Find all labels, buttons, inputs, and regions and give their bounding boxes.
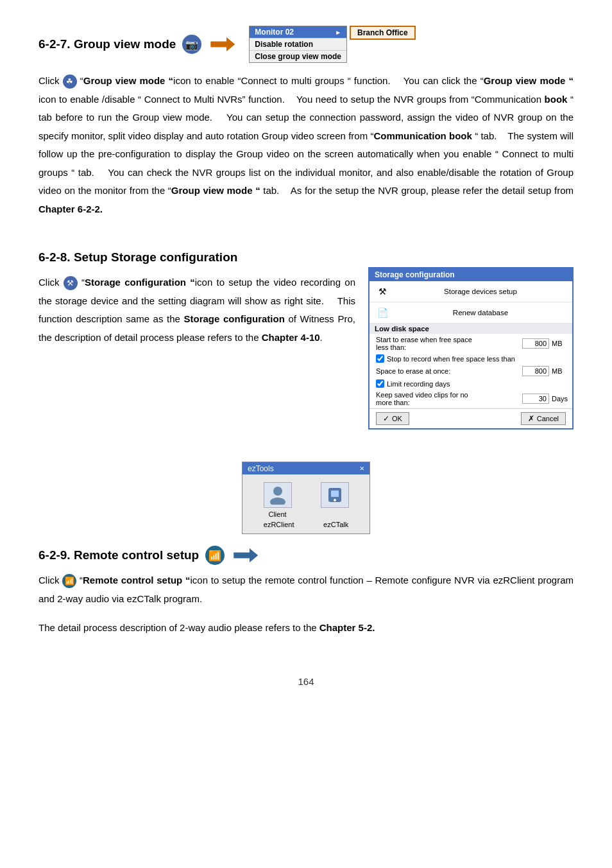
- sub-dropdown: Branch Office: [350, 26, 416, 40]
- stop-record-checkbox[interactable]: [376, 354, 384, 363]
- ezrclient-item[interactable]: Client: [264, 482, 292, 518]
- ok-label: OK: [392, 415, 402, 422]
- keep-clips-input[interactable]: [522, 394, 549, 404]
- dropdown-item-disable[interactable]: Disable rotation: [250, 38, 346, 50]
- heading-628-text: 6-2-8. Setup Storage configuration: [38, 250, 237, 265]
- dropdown-item-close[interactable]: Close group view mode: [250, 50, 346, 62]
- ok-check-icon: ✓: [383, 414, 389, 423]
- click-text-627: Click: [38, 75, 63, 86]
- erase-once-input[interactable]: [522, 366, 549, 376]
- section-629-body2: The detail process description of 2-way …: [38, 619, 574, 638]
- client-svg: [269, 485, 287, 505]
- remote-arrow-icon: [234, 548, 258, 562]
- click-text-628: Click: [38, 277, 64, 288]
- remote-control-icon[interactable]: 📶: [205, 546, 225, 565]
- storage-panel-title: Storage configuration: [370, 268, 572, 281]
- eztools-icons-row: Client: [242, 474, 370, 521]
- erase-threshold-row: Start to erase when free spaceless than:…: [370, 334, 572, 353]
- section-628-content: Storage configuration ⚒ Storage devices …: [38, 273, 574, 430]
- section-628-heading: 6-2-8. Setup Storage configuration: [38, 250, 574, 265]
- erase-threshold-unit: MB: [552, 340, 566, 347]
- erase-threshold-input[interactable]: [522, 338, 549, 349]
- dropdown-selected[interactable]: Monitor 02 ►: [250, 26, 346, 38]
- eztools-title: ezTools: [248, 464, 274, 473]
- stop-record-label: Stop to record when free space less than: [387, 355, 515, 363]
- ezctalk-label: ezCTalk: [323, 521, 348, 528]
- ezrclient-sublabel: Client: [268, 510, 286, 518]
- dropdown-arrow-icon: ►: [335, 29, 341, 36]
- section-629: ezTools × Client: [38, 462, 574, 638]
- group-view-icon[interactable]: 📷: [182, 35, 201, 54]
- section-629-heading-row: 6-2-9. Remote control setup 📶: [38, 546, 574, 565]
- cancel-label: Cancel: [537, 415, 559, 422]
- ezctalk-item[interactable]: [321, 482, 349, 518]
- keep-clips-label: Keep saved video clips for nomore than:: [376, 391, 520, 406]
- erase-once-label: Space to erase at once:: [376, 367, 520, 375]
- svg-point-4: [334, 499, 336, 501]
- low-disk-header: Low disk space: [370, 324, 572, 334]
- ezctalk-icon: [321, 482, 349, 508]
- section-627-heading: 6-2-7. Group view mode 📷 Monitor 02 ► Di…: [38, 26, 574, 63]
- page-number: 164: [38, 676, 574, 687]
- arrow-icon: [210, 37, 235, 51]
- heading-629-text: 6-2-9. Remote control setup: [38, 548, 199, 562]
- section-627-body: Click ☘ “Group view mode “icon to enable…: [38, 72, 574, 218]
- storage-panel: Storage configuration ⚒ Storage devices …: [368, 267, 574, 430]
- group-view-dropdown[interactable]: Monitor 02 ► Disable rotation Close grou…: [249, 26, 415, 63]
- svg-point-0: [273, 487, 282, 496]
- section-629-eztools-container: ezTools × Client: [38, 462, 574, 534]
- section-628: 6-2-8. Setup Storage configuration Stora…: [38, 250, 574, 430]
- remote-inline-icon[interactable]: 📶: [62, 574, 76, 588]
- section-627: 6-2-7. Group view mode 📷 Monitor 02 ► Di…: [38, 26, 574, 218]
- erase-once-row: Space to erase at once: MB: [370, 364, 572, 378]
- storage-footer: ✓ OK ✗ Cancel: [370, 408, 572, 428]
- renew-db-label: Renew database: [394, 309, 567, 317]
- ezrclient-label: ezRClient: [264, 521, 294, 528]
- keep-clips-unit: Days: [552, 395, 566, 403]
- storage-inline-icon[interactable]: ⚒: [64, 276, 78, 290]
- talk-svg: [326, 485, 344, 505]
- click-text-629: Click: [38, 575, 62, 586]
- svg-point-1: [270, 498, 285, 505]
- erase-once-unit: MB: [552, 367, 566, 375]
- renew-db-row[interactable]: 📄 Renew database: [370, 302, 572, 324]
- section-629-body1: Click 📶 “Remote control setup “icon to s…: [38, 571, 574, 608]
- erase-threshold-label: Start to erase when free spaceless than:: [376, 336, 520, 351]
- eztools-close-button[interactable]: ×: [359, 464, 364, 473]
- storage-devices-label: Storage devices setup: [394, 288, 567, 295]
- stop-record-row: Stop to record when free space less than: [370, 353, 572, 364]
- keep-clips-row: Keep saved video clips for nomore than: …: [370, 389, 572, 408]
- eztools-panel: ezTools × Client: [242, 462, 370, 534]
- storage-devices-row[interactable]: ⚒ Storage devices setup: [370, 281, 572, 302]
- storage-cancel-button[interactable]: ✗ Cancel: [521, 412, 566, 425]
- cancel-x-icon: ✗: [528, 414, 534, 423]
- group-view-inline-icon[interactable]: ☘: [63, 74, 77, 89]
- dropdown-box[interactable]: Monitor 02 ► Disable rotation Close grou…: [249, 26, 347, 63]
- eztools-labels-row: ezRClient ezCTalk: [242, 521, 370, 534]
- storage-ok-button[interactable]: ✓ OK: [376, 412, 409, 425]
- section-629-heading: 6-2-9. Remote control setup: [38, 548, 199, 562]
- svg-rect-3: [331, 490, 339, 497]
- heading-627-text: 6-2-7. Group view mode: [38, 37, 176, 51]
- limit-days-checkbox[interactable]: [376, 379, 384, 388]
- renew-db-icon: 📄: [375, 305, 390, 320]
- eztools-title-bar: ezTools ×: [242, 462, 370, 474]
- storage-devices-icon: ⚒: [375, 284, 390, 299]
- ezrclient-icon: [264, 482, 292, 508]
- limit-days-label: Limit recording days: [387, 380, 450, 388]
- limit-days-row: Limit recording days: [370, 378, 572, 389]
